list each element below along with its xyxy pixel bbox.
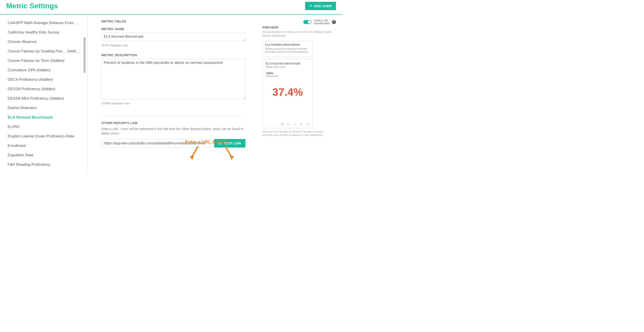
add-user-button[interactable]: ADD USER xyxy=(305,2,336,10)
metric-desc-hint: 72/300 character max xyxy=(101,102,246,105)
sidebar-item[interactable]: ELPAC xyxy=(8,122,80,132)
annotation-text: Enter a URL & test it xyxy=(185,139,228,145)
add-user-label: ADD USER xyxy=(314,4,332,8)
metric-name-label: METRIC NAME xyxy=(101,27,246,31)
preview-footnote: Don't see your changes on Mosaic? Change… xyxy=(262,130,326,137)
other-reports-link-label: OTHER REPORTS LINK xyxy=(101,121,246,125)
card-goal-value: >50% xyxy=(266,71,310,75)
sidebar-item-label: English Learner Exam Proficiency Rate xyxy=(8,134,74,138)
sidebar-scrollbar[interactable] xyxy=(84,37,86,73)
sidebar-item-label: Enrollment xyxy=(8,143,26,148)
svg-marker-0 xyxy=(190,156,194,160)
preview-tooltip-card: ELA NORMED BENCHMARK Defined as percent … xyxy=(262,41,313,56)
sidebar-item-label: ELA Normed Benchmark xyxy=(8,115,53,119)
sidebar-item-label: CAASPP Math Average Distance From … xyxy=(8,21,78,25)
sidebar-item[interactable]: English Learner Exam Proficiency Rate xyxy=(8,132,80,141)
preview-subtext: Actual changes can take up to 24 hours t… xyxy=(262,30,336,38)
line-chart-icon[interactable] xyxy=(293,122,297,126)
card-kpi-value: 37.4% xyxy=(266,86,310,98)
preview-heading: PREVIEW xyxy=(262,25,336,29)
sidebar-item-label: DESSA-Mini Proficiency xyxy=(8,96,49,100)
sidebar-item-label: District Retention xyxy=(8,106,37,110)
sidebar-item[interactable]: California Healthy Kids Survey xyxy=(8,28,80,37)
sidebar-item-label: California Healthy Kids Survey xyxy=(8,30,60,34)
sidebar-item[interactable]: CAASPP Math Average Distance From … xyxy=(8,18,80,28)
sidebar-item[interactable]: Course Failures by Grading Peri… (hidden… xyxy=(8,46,80,56)
sidebar-item-label: F&P Reading Proficiency xyxy=(8,162,50,167)
hidden-tag: (hidden) xyxy=(36,68,50,72)
sidebar-item-label: ELPAC xyxy=(8,125,20,129)
hidden-tag: (hidden) xyxy=(50,96,64,100)
hidden-tag: (hidden) xyxy=(67,49,80,53)
page-title: Metric Settings xyxy=(6,2,58,10)
metric-name-hint: 20/75 character max xyxy=(101,44,246,47)
add-user-icon xyxy=(309,4,312,8)
preview-panel: VISIBLE ONDASHBOARD ? PREVIEW Actual cha… xyxy=(246,19,336,167)
hidden-tag: (hidden) xyxy=(39,77,53,82)
metric-name-input[interactable] xyxy=(101,33,246,41)
sidebar-item-label: Chronic Absence xyxy=(8,39,37,44)
sidebar-item-label: Course Failures by Term xyxy=(8,58,49,63)
sidebar-item[interactable]: F&P Reading Proficiency xyxy=(8,160,80,169)
sidebar-item[interactable]: ELA Normed Benchmark xyxy=(8,113,80,122)
sidebar-item[interactable]: DECA Proficiency (hidden) xyxy=(8,75,80,84)
sidebar-item[interactable]: Expulsion Rate xyxy=(8,150,80,160)
metric-fields-heading: METRIC FIELDS xyxy=(101,19,246,23)
sidebar-item[interactable]: Cumulative GPA (hidden) xyxy=(8,65,80,75)
visible-on-dashboard-label: VISIBLE ONDASHBOARD xyxy=(314,19,330,25)
tooltip-title: ELA NORMED BENCHMARK xyxy=(265,43,310,46)
sidebar-item-label: Course Failures by Grading Peri… xyxy=(8,49,66,53)
sidebar: CAASPP Math Average Distance From …Calif… xyxy=(0,15,86,174)
progress-bars-icon[interactable] xyxy=(299,122,303,126)
svg-marker-1 xyxy=(230,156,234,160)
preview-metric-card: ELA Normed Benchmark Winter 2018-2019 >5… xyxy=(262,59,313,128)
tooltip-desc: Defined as percent of students in the 50… xyxy=(265,47,310,53)
bar-chart-icon[interactable] xyxy=(287,122,291,126)
card-goal-label: District Goal xyxy=(266,75,310,77)
visible-on-dashboard-toggle[interactable] xyxy=(303,20,312,24)
sidebar-item-label: DECA Proficiency xyxy=(8,77,38,82)
sidebar-item[interactable]: Chronic Absence xyxy=(8,37,80,46)
hidden-tag: (hidden) xyxy=(41,87,55,91)
card-term: Winter 2018-2019 xyxy=(266,66,310,68)
sidebar-item-label: Expulsion Rate xyxy=(8,153,33,157)
metric-form: METRIC FIELDS METRIC NAME 20/75 characte… xyxy=(101,19,246,167)
hidden-tag: (hidden) xyxy=(50,58,64,63)
other-reports-help: Enter a URL. Users will be redirected to… xyxy=(101,127,246,136)
hash-icon[interactable]: # xyxy=(280,122,284,126)
sidebar-item[interactable]: District Retention xyxy=(8,103,80,113)
sidebar-item[interactable]: Enrollment xyxy=(8,141,80,150)
list-icon[interactable] xyxy=(306,122,310,126)
sidebar-item[interactable]: DESSA-Mini Proficiency (hidden) xyxy=(8,94,80,103)
sidebar-item-label: Cumulative GPA xyxy=(8,68,35,72)
metric-desc-input[interactable] xyxy=(101,59,246,99)
metric-desc-label: METRIC DESCRIPTION xyxy=(101,53,246,57)
sidebar-item[interactable]: Course Failures by Term (hidden) xyxy=(8,56,80,65)
help-icon[interactable]: ? xyxy=(332,20,336,24)
card-metric-title: ELA Normed Benchmark xyxy=(266,62,310,65)
sidebar-item[interactable]: DESSA Proficiency (hidden) xyxy=(8,84,80,94)
sidebar-item-label: DESSA Proficiency xyxy=(8,87,40,91)
form-divider xyxy=(101,115,246,115)
